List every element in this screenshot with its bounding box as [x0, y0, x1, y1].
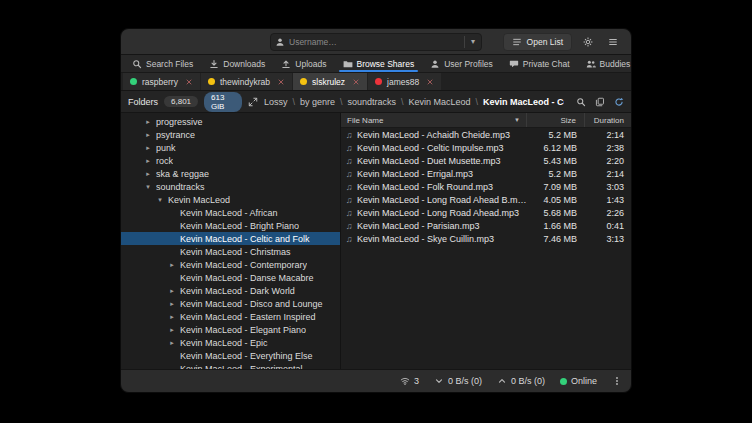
tree-item[interactable]: Kevin MacLeod - Danse Macabre: [121, 271, 340, 284]
tree-item[interactable]: ▸Kevin MacLeod - Disco and Lounge: [121, 297, 340, 310]
close-tab-icon[interactable]: [352, 78, 360, 86]
open-list-button[interactable]: Open List: [503, 33, 572, 51]
search-icon[interactable]: [576, 97, 586, 107]
tab-uploads[interactable]: Uploads: [273, 55, 334, 72]
column-label: File Name: [347, 116, 383, 125]
tree-item-label: Kevin MacLeod - Epic: [180, 338, 268, 348]
tree-item[interactable]: ▸punk: [121, 141, 340, 154]
file-row[interactable]: ♫Kevin MacLeod - Skye Cuillin.mp37.46 MB…: [341, 232, 631, 245]
file-duration: 0:41: [585, 221, 631, 231]
upload-rate[interactable]: 0 B/s (0): [497, 376, 545, 386]
username-combo[interactable]: ▾: [270, 33, 482, 51]
expander-icon[interactable]: ▾: [155, 196, 165, 204]
tree-item[interactable]: ▸Kevin MacLeod - Eastern Inspired: [121, 310, 340, 323]
tree-item[interactable]: ▸Kevin MacLeod - Epic: [121, 336, 340, 349]
tab-search-files[interactable]: Search Files: [124, 55, 201, 72]
preferences-button[interactable]: [579, 33, 597, 51]
tree-item[interactable]: ▸Kevin MacLeod - Elegant Piano: [121, 323, 340, 336]
tree-item[interactable]: ▸psytrance: [121, 128, 340, 141]
expander-icon[interactable]: ▸: [143, 157, 153, 165]
file-row[interactable]: ♫Kevin MacLeod - Duet Musette.mp35.43 MB…: [341, 154, 631, 167]
tree-item[interactable]: Kevin MacLeod - Celtic and Folk: [121, 232, 340, 245]
tree-item-label: Kevin MacLeod: [168, 195, 230, 205]
user-tab-raspberry[interactable]: raspberry: [123, 73, 200, 90]
tab-private-chat[interactable]: Private Chat: [501, 55, 578, 72]
breadcrumb-item[interactable]: by genre: [300, 97, 335, 107]
file-name: Kevin MacLeod - Folk Round.mp3: [357, 182, 527, 192]
file-list-header: File Name ▼ Size Duration: [341, 113, 631, 128]
file-pane: File Name ▼ Size Duration ♫Kevin MacLeod…: [341, 113, 631, 369]
breadcrumb-item[interactable]: Kevin MacLeod: [409, 97, 471, 107]
connections-count: 3: [414, 376, 419, 386]
expander-icon[interactable]: ▸: [143, 131, 153, 139]
tree-item[interactable]: Kevin MacLeod - Everything Else: [121, 349, 340, 362]
expander-icon[interactable]: ▸: [167, 339, 177, 347]
user-tab-james88[interactable]: james88: [368, 73, 441, 90]
column-header-file-name[interactable]: File Name ▼: [341, 113, 527, 127]
file-name: Kevin MacLeod - Skye Cuillin.mp3: [357, 234, 527, 244]
titlebar-actions: Open List: [503, 33, 622, 51]
column-header-size[interactable]: Size: [527, 113, 585, 127]
close-tab-icon[interactable]: [277, 78, 285, 86]
file-row[interactable]: ♫Kevin MacLeod - Folk Round.mp37.09 MB3:…: [341, 180, 631, 193]
file-size: 5.2 MB: [527, 130, 585, 140]
tree-item[interactable]: ▸Kevin MacLeod - Dark World: [121, 284, 340, 297]
tree-item[interactable]: ▸ska & reggae: [121, 167, 340, 180]
expander-icon[interactable]: ▸: [167, 326, 177, 334]
tree-item-label: Kevin MacLeod - Contemporary: [180, 260, 307, 270]
expander-icon[interactable]: ▾: [143, 183, 153, 191]
breadcrumb-item[interactable]: soundtracks: [347, 97, 396, 107]
refresh-icon[interactable]: [614, 97, 624, 107]
tree-item[interactable]: ▾soundtracks: [121, 180, 340, 193]
file-row[interactable]: ♫Kevin MacLeod - Parisian.mp31.66 MB0:41: [341, 219, 631, 232]
file-row[interactable]: ♫Kevin MacLeod - Achaidh Cheide.mp35.2 M…: [341, 128, 631, 141]
expander-icon[interactable]: ▸: [167, 313, 177, 321]
tab-label: Search Files: [146, 59, 193, 69]
user-tab-thewindykrab[interactable]: thewindykrab: [201, 73, 292, 90]
close-tab-icon[interactable]: [185, 78, 193, 86]
expander-icon[interactable]: ▸: [143, 118, 153, 126]
connections-indicator[interactable]: 3: [400, 376, 419, 386]
gear-icon: [583, 37, 593, 47]
file-row[interactable]: ♫Kevin MacLeod - Celtic Impulse.mp36.12 …: [341, 141, 631, 154]
chevron-down-icon[interactable]: ▾: [469, 37, 477, 46]
file-list: ♫Kevin MacLeod - Achaidh Cheide.mp35.2 M…: [341, 128, 631, 245]
download-rate[interactable]: 0 B/s (0): [434, 376, 482, 386]
tree-item[interactable]: ▾Kevin MacLeod: [121, 193, 340, 206]
expander-icon[interactable]: ▸: [143, 170, 153, 178]
tree-item[interactable]: Kevin MacLeod - Christmas: [121, 245, 340, 258]
file-row[interactable]: ♫Kevin MacLeod - Long Road Ahead.mp35.68…: [341, 206, 631, 219]
tree-item[interactable]: Kevin MacLeod - Bright Piano: [121, 219, 340, 232]
file-row[interactable]: ♫Kevin MacLeod - Errigal.mp35.2 MB2:14: [341, 167, 631, 180]
tree-item[interactable]: Kevin MacLeod - Experimental: [121, 362, 340, 369]
user-tab-slskrulez[interactable]: slskrulez: [293, 73, 367, 90]
tree-item-label: punk: [156, 143, 176, 153]
tree-item[interactable]: ▸Kevin MacLeod - Contemporary: [121, 258, 340, 271]
expander-icon[interactable]: ▸: [167, 287, 177, 295]
username-input[interactable]: [289, 37, 460, 47]
tab-buddies[interactable]: Buddies: [578, 55, 632, 72]
tree-item[interactable]: Kevin MacLeod - African: [121, 206, 340, 219]
expander-icon[interactable]: ▸: [143, 144, 153, 152]
chat-icon: [509, 59, 519, 69]
tree-item[interactable]: ▸rock: [121, 154, 340, 167]
column-header-duration[interactable]: Duration: [585, 113, 631, 127]
status-menu-button[interactable]: [612, 376, 622, 386]
tab-downloads[interactable]: Downloads: [201, 55, 273, 72]
expand-icon[interactable]: [248, 97, 258, 107]
tab-user-profiles[interactable]: User Profiles: [422, 55, 501, 72]
tab-browse-shares[interactable]: Browse Shares: [335, 55, 423, 72]
breadcrumb-item[interactable]: Lossy: [264, 97, 288, 107]
expander-icon[interactable]: ▸: [167, 261, 177, 269]
menu-button[interactable]: [604, 33, 622, 51]
expander-icon[interactable]: ▸: [167, 300, 177, 308]
connection-status[interactable]: Online: [560, 376, 597, 386]
file-row[interactable]: ♫Kevin MacLeod - Long Road Ahead B.mp34.…: [341, 193, 631, 206]
content-area: ▸progressive▸psytrance▸punk▸rock▸ska & r…: [121, 113, 631, 369]
tree-item[interactable]: ▸progressive: [121, 115, 340, 128]
user-status-away-icon: [208, 78, 215, 85]
copy-icon[interactable]: [595, 97, 605, 107]
breadcrumb-current[interactable]: Kevin MacLeod - Celtic and Folk ▾: [483, 97, 564, 107]
tree-item-label: Kevin MacLeod - Danse Macabre: [180, 273, 314, 283]
close-tab-icon[interactable]: [426, 78, 434, 86]
